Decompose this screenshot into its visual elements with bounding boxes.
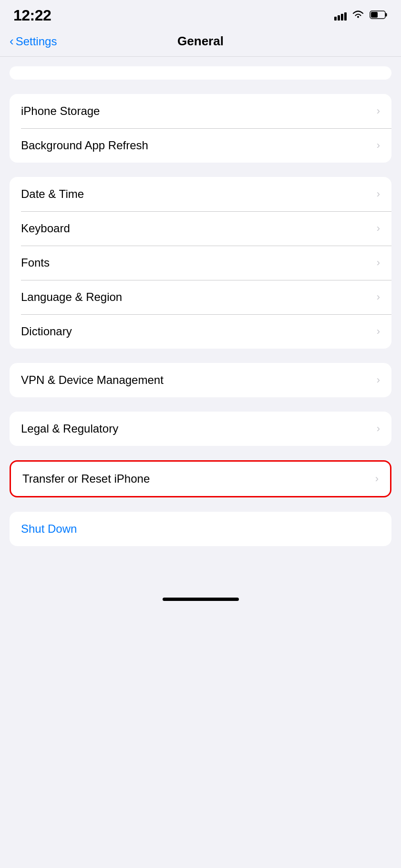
back-label: Settings	[16, 35, 57, 48]
partial-card	[10, 66, 391, 80]
date-time-chevron: ›	[377, 188, 380, 200]
vpn-device-management-chevron: ›	[377, 374, 380, 386]
background-app-refresh-chevron: ›	[377, 139, 380, 152]
battery-icon	[370, 10, 388, 21]
legal-regulatory-row[interactable]: Legal & Regulatory ›	[10, 412, 391, 446]
nav-bar: ‹ Settings General	[0, 29, 401, 57]
keyboard-label: Keyboard	[21, 222, 70, 235]
fonts-chevron: ›	[377, 257, 380, 269]
date-time-row[interactable]: Date & Time ›	[10, 177, 391, 211]
background-app-refresh-row[interactable]: Background App Refresh ›	[10, 128, 391, 163]
iphone-storage-row[interactable]: iPhone Storage ›	[10, 94, 391, 128]
legal-regulatory-label: Legal & Regulatory	[21, 422, 118, 435]
vpn-device-management-row[interactable]: VPN & Device Management ›	[10, 363, 391, 397]
fonts-row[interactable]: Fonts ›	[10, 246, 391, 280]
transfer-reset-row[interactable]: Transfer or Reset iPhone ›	[11, 462, 390, 496]
svg-rect-2	[371, 12, 378, 18]
vpn-device-management-label: VPN & Device Management	[21, 373, 164, 387]
shut-down-label: Shut Down	[21, 522, 77, 536]
iphone-storage-label: iPhone Storage	[21, 104, 100, 118]
home-indicator	[0, 589, 401, 606]
legal-section: Legal & Regulatory ›	[10, 412, 391, 446]
locale-section: Date & Time › Keyboard › Fonts › Languag…	[10, 177, 391, 349]
language-region-label: Language & Region	[21, 290, 122, 304]
reset-section: Transfer or Reset iPhone ›	[10, 460, 391, 497]
transfer-reset-chevron: ›	[375, 473, 379, 485]
storage-section: iPhone Storage › Background App Refresh …	[10, 94, 391, 163]
language-region-row[interactable]: Language & Region ›	[10, 280, 391, 314]
svg-rect-1	[385, 13, 387, 16]
back-chevron-icon: ‹	[10, 35, 14, 47]
status-time: 12:22	[13, 7, 51, 24]
keyboard-chevron: ›	[377, 222, 380, 235]
language-region-chevron: ›	[377, 291, 380, 303]
keyboard-row[interactable]: Keyboard ›	[10, 211, 391, 246]
wifi-icon	[351, 10, 365, 22]
shutdown-section: Shut Down	[10, 512, 391, 546]
legal-regulatory-chevron: ›	[377, 423, 380, 435]
back-button[interactable]: ‹ Settings	[10, 35, 57, 48]
vpn-section: VPN & Device Management ›	[10, 363, 391, 397]
signal-icon	[334, 11, 347, 21]
dictionary-chevron: ›	[377, 325, 380, 338]
page-title: General	[177, 34, 224, 49]
status-bar: 12:22	[0, 0, 401, 29]
dictionary-label: Dictionary	[21, 325, 72, 338]
home-bar	[163, 598, 239, 601]
fonts-label: Fonts	[21, 256, 50, 269]
transfer-reset-label: Transfer or Reset iPhone	[22, 472, 150, 486]
background-app-refresh-label: Background App Refresh	[21, 139, 148, 152]
iphone-storage-chevron: ›	[377, 105, 380, 117]
bottom-spacer	[10, 560, 391, 589]
content-area: iPhone Storage › Background App Refresh …	[0, 57, 401, 589]
status-icons	[334, 10, 388, 22]
shut-down-row[interactable]: Shut Down	[10, 512, 391, 546]
date-time-label: Date & Time	[21, 187, 84, 201]
dictionary-row[interactable]: Dictionary ›	[10, 314, 391, 349]
